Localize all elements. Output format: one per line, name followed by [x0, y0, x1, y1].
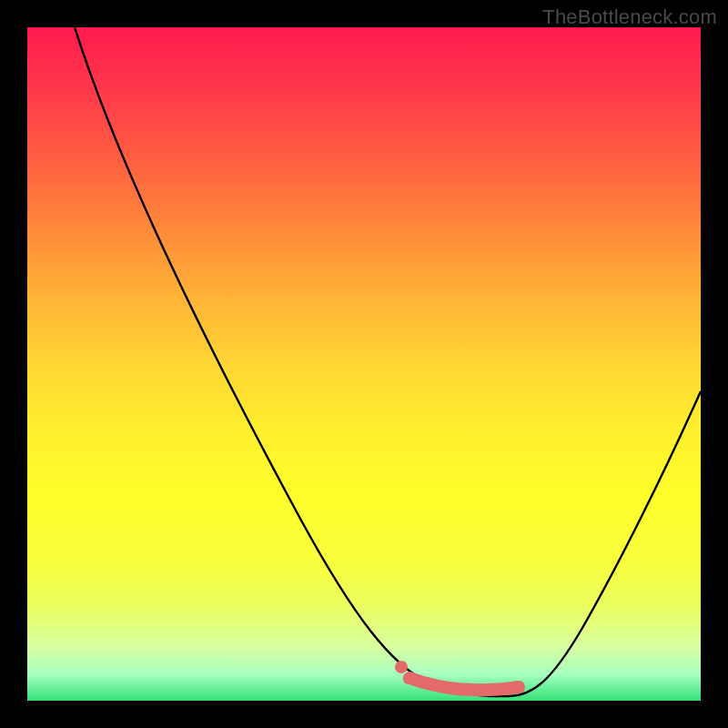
highlight-dot-left	[395, 661, 408, 673]
highlight-band-path	[410, 678, 519, 690]
watermark-text: TheBottleneck.com	[542, 5, 717, 29]
bottleneck-curve-path	[75, 27, 701, 696]
plot-area	[27, 27, 701, 701]
chart-frame: TheBottleneck.com	[0, 0, 728, 728]
highlight-dot-left2	[403, 673, 414, 684]
curve-svg	[27, 27, 701, 701]
